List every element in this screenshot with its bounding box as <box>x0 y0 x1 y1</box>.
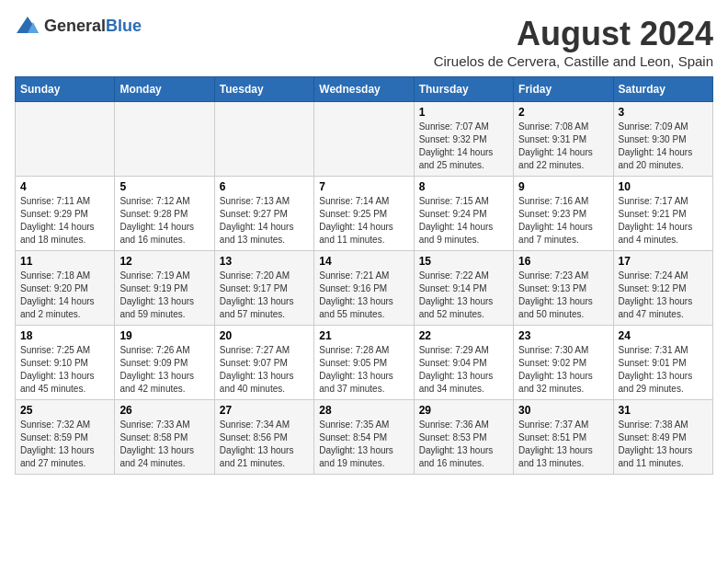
calendar-cell: 28Sunrise: 7:35 AM Sunset: 8:54 PM Dayli… <box>314 400 414 475</box>
calendar-cell: 3Sunrise: 7:09 AM Sunset: 9:30 PM Daylig… <box>613 102 712 177</box>
day-info: Sunrise: 7:34 AM Sunset: 8:56 PM Dayligh… <box>220 419 309 470</box>
day-number: 31 <box>619 404 708 417</box>
day-number: 13 <box>220 255 309 268</box>
calendar-cell: 31Sunrise: 7:38 AM Sunset: 8:49 PM Dayli… <box>613 400 712 475</box>
calendar-cell: 21Sunrise: 7:28 AM Sunset: 9:05 PM Dayli… <box>314 326 414 400</box>
day-info: Sunrise: 7:12 AM Sunset: 9:28 PM Dayligh… <box>119 195 209 247</box>
day-number: 24 <box>619 329 708 342</box>
day-number: 28 <box>319 404 408 417</box>
calendar-cell: 8Sunrise: 7:15 AM Sunset: 9:24 PM Daylig… <box>414 177 513 251</box>
calendar-cell: 4Sunrise: 7:11 AM Sunset: 9:29 PM Daylig… <box>16 177 115 251</box>
day-info: Sunrise: 7:37 AM Sunset: 8:51 PM Dayligh… <box>518 419 608 470</box>
calendar-cell <box>115 102 214 177</box>
day-number: 30 <box>518 404 608 417</box>
day-number: 2 <box>518 106 608 119</box>
calendar-cell: 23Sunrise: 7:30 AM Sunset: 9:02 PM Dayli… <box>514 326 613 400</box>
day-info: Sunrise: 7:14 AM Sunset: 9:25 PM Dayligh… <box>319 195 408 247</box>
calendar-cell: 17Sunrise: 7:24 AM Sunset: 9:12 PM Dayli… <box>613 251 712 326</box>
calendar-week-2: 4Sunrise: 7:11 AM Sunset: 9:29 PM Daylig… <box>16 177 713 251</box>
calendar-week-5: 25Sunrise: 7:32 AM Sunset: 8:59 PM Dayli… <box>16 400 713 475</box>
calendar-week-4: 18Sunrise: 7:25 AM Sunset: 9:10 PM Dayli… <box>16 326 713 400</box>
day-info: Sunrise: 7:38 AM Sunset: 8:49 PM Dayligh… <box>619 419 708 470</box>
col-tuesday: Tuesday <box>214 77 313 102</box>
calendar-table: Sunday Monday Tuesday Wednesday Thursday… <box>15 76 713 475</box>
day-info: Sunrise: 7:28 AM Sunset: 9:05 PM Dayligh… <box>319 344 408 396</box>
day-number: 20 <box>220 329 309 342</box>
col-wednesday: Wednesday <box>314 77 414 102</box>
day-number: 5 <box>119 180 209 193</box>
day-number: 29 <box>419 404 508 417</box>
day-info: Sunrise: 7:21 AM Sunset: 9:16 PM Dayligh… <box>319 270 408 321</box>
day-info: Sunrise: 7:29 AM Sunset: 9:04 PM Dayligh… <box>419 344 508 396</box>
col-sunday: Sunday <box>16 77 115 102</box>
day-number: 3 <box>619 106 708 119</box>
day-info: Sunrise: 7:07 AM Sunset: 9:32 PM Dayligh… <box>419 121 508 172</box>
day-number: 22 <box>419 329 508 342</box>
calendar-cell: 26Sunrise: 7:33 AM Sunset: 8:58 PM Dayli… <box>115 400 214 475</box>
day-info: Sunrise: 7:23 AM Sunset: 9:13 PM Dayligh… <box>518 270 608 321</box>
day-info: Sunrise: 7:20 AM Sunset: 9:17 PM Dayligh… <box>220 270 309 321</box>
logo-general: General <box>44 17 106 35</box>
day-info: Sunrise: 7:13 AM Sunset: 9:27 PM Dayligh… <box>220 195 309 247</box>
calendar-cell: 5Sunrise: 7:12 AM Sunset: 9:28 PM Daylig… <box>115 177 214 251</box>
calendar-cell: 15Sunrise: 7:22 AM Sunset: 9:14 PM Dayli… <box>414 251 513 326</box>
day-number: 1 <box>419 106 508 119</box>
col-monday: Monday <box>115 77 214 102</box>
day-info: Sunrise: 7:19 AM Sunset: 9:19 PM Dayligh… <box>119 270 209 321</box>
day-number: 6 <box>220 180 309 193</box>
calendar-cell <box>214 102 313 177</box>
calendar-cell: 18Sunrise: 7:25 AM Sunset: 9:10 PM Dayli… <box>16 326 115 400</box>
day-info: Sunrise: 7:22 AM Sunset: 9:14 PM Dayligh… <box>419 270 508 321</box>
calendar-cell: 24Sunrise: 7:31 AM Sunset: 9:01 PM Dayli… <box>613 326 712 400</box>
calendar-cell: 7Sunrise: 7:14 AM Sunset: 9:25 PM Daylig… <box>314 177 414 251</box>
day-info: Sunrise: 7:35 AM Sunset: 8:54 PM Dayligh… <box>319 419 408 470</box>
day-number: 10 <box>619 180 708 193</box>
day-number: 15 <box>419 255 508 268</box>
day-info: Sunrise: 7:09 AM Sunset: 9:30 PM Dayligh… <box>619 121 708 172</box>
calendar-cell: 10Sunrise: 7:17 AM Sunset: 9:21 PM Dayli… <box>613 177 712 251</box>
day-number: 4 <box>20 180 109 193</box>
day-number: 19 <box>119 329 209 342</box>
calendar-cell: 25Sunrise: 7:32 AM Sunset: 8:59 PM Dayli… <box>16 400 115 475</box>
calendar-cell <box>314 102 414 177</box>
calendar-cell: 27Sunrise: 7:34 AM Sunset: 8:56 PM Dayli… <box>214 400 313 475</box>
calendar-cell: 30Sunrise: 7:37 AM Sunset: 8:51 PM Dayli… <box>514 400 613 475</box>
location-title: Ciruelos de Cervera, Castille and Leon, … <box>434 53 713 69</box>
logo-icon <box>15 15 40 37</box>
day-info: Sunrise: 7:33 AM Sunset: 8:58 PM Dayligh… <box>119 419 209 470</box>
calendar-cell: 14Sunrise: 7:21 AM Sunset: 9:16 PM Dayli… <box>314 251 414 326</box>
calendar-cell: 12Sunrise: 7:19 AM Sunset: 9:19 PM Dayli… <box>115 251 214 326</box>
calendar-cell: 9Sunrise: 7:16 AM Sunset: 9:23 PM Daylig… <box>514 177 613 251</box>
day-number: 7 <box>319 180 408 193</box>
col-thursday: Thursday <box>414 77 513 102</box>
logo: GeneralBlue <box>15 15 142 37</box>
calendar-cell: 20Sunrise: 7:27 AM Sunset: 9:07 PM Dayli… <box>214 326 313 400</box>
calendar-cell: 13Sunrise: 7:20 AM Sunset: 9:17 PM Dayli… <box>214 251 313 326</box>
day-number: 25 <box>20 404 109 417</box>
day-number: 12 <box>119 255 209 268</box>
day-number: 16 <box>518 255 608 268</box>
day-info: Sunrise: 7:18 AM Sunset: 9:20 PM Dayligh… <box>20 270 109 321</box>
calendar-week-3: 11Sunrise: 7:18 AM Sunset: 9:20 PM Dayli… <box>16 251 713 326</box>
day-number: 26 <box>119 404 209 417</box>
day-info: Sunrise: 7:31 AM Sunset: 9:01 PM Dayligh… <box>619 344 708 396</box>
day-number: 9 <box>518 180 608 193</box>
day-number: 18 <box>20 329 109 342</box>
calendar-cell: 19Sunrise: 7:26 AM Sunset: 9:09 PM Dayli… <box>115 326 214 400</box>
day-info: Sunrise: 7:26 AM Sunset: 9:09 PM Dayligh… <box>119 344 209 396</box>
day-number: 17 <box>619 255 708 268</box>
header-row: Sunday Monday Tuesday Wednesday Thursday… <box>16 77 713 102</box>
day-number: 27 <box>220 404 309 417</box>
day-number: 11 <box>20 255 109 268</box>
col-friday: Friday <box>514 77 613 102</box>
day-info: Sunrise: 7:25 AM Sunset: 9:10 PM Dayligh… <box>20 344 109 396</box>
title-area: August 2024 Ciruelos de Cervera, Castill… <box>434 15 713 69</box>
calendar-cell: 6Sunrise: 7:13 AM Sunset: 9:27 PM Daylig… <box>214 177 313 251</box>
day-info: Sunrise: 7:30 AM Sunset: 9:02 PM Dayligh… <box>518 344 608 396</box>
day-info: Sunrise: 7:27 AM Sunset: 9:07 PM Dayligh… <box>220 344 309 396</box>
header: GeneralBlue August 2024 Ciruelos de Cerv… <box>15 15 713 69</box>
calendar-cell: 16Sunrise: 7:23 AM Sunset: 9:13 PM Dayli… <box>514 251 613 326</box>
day-number: 8 <box>419 180 508 193</box>
calendar-cell: 22Sunrise: 7:29 AM Sunset: 9:04 PM Dayli… <box>414 326 513 400</box>
day-info: Sunrise: 7:36 AM Sunset: 8:53 PM Dayligh… <box>419 419 508 470</box>
